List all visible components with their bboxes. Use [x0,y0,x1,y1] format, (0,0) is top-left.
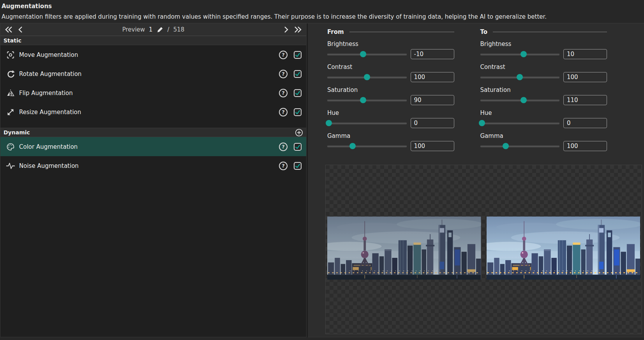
edit-page-icon[interactable] [157,26,164,33]
slider-knob[interactable] [360,51,366,57]
to-saturation-group: Saturation [480,86,607,104]
move-augmentation-checkbox[interactable] [294,51,302,59]
row-noise-augmentation[interactable]: Noise Augmentation ? [0,156,306,175]
from-saturation-input[interactable] [411,95,454,105]
slider-knob[interactable] [517,74,523,80]
help-icon[interactable]: ? [279,51,288,59]
from-brightness-input[interactable] [411,49,454,59]
flip-augmentation-checkbox[interactable] [294,89,302,97]
to-hue-slider[interactable] [480,120,560,127]
from-gamma-slider[interactable] [327,143,407,150]
row-color-augmentation[interactable]: Color Augmentation ? [0,137,306,156]
slider-label: Hue [327,109,454,116]
to-hue-group: Hue [480,109,607,127]
color-augmentation-checkbox[interactable] [294,143,302,151]
slider-track[interactable] [327,53,407,55]
to-header: To [480,28,607,36]
row-flip-augmentation[interactable]: Flip Augmentation ? [0,83,306,102]
range-controls: From Brightness Contrast [308,23,644,155]
from-hue-slider[interactable] [327,120,407,127]
to-gamma-slider[interactable] [480,143,560,150]
to-saturation-slider[interactable] [480,97,560,104]
slider-knob[interactable] [520,97,527,103]
slider-knob[interactable] [364,74,370,80]
slider-track[interactable] [327,99,407,101]
preview-image-from [327,217,481,280]
from-gamma-group: Gamma [327,132,454,150]
slider-track[interactable] [480,53,560,55]
slider-knob[interactable] [503,143,509,149]
add-augmentation-button[interactable] [295,129,303,137]
slider-knob[interactable] [349,143,356,149]
help-icon[interactable]: ? [279,89,288,97]
from-contrast-input[interactable] [411,72,454,82]
from-gamma-input[interactable] [411,141,454,151]
slider-track[interactable] [480,99,560,101]
to-brightness-slider[interactable] [480,51,560,58]
dynamic-section-header: Dynamic [0,128,306,137]
row-rotate-augmentation[interactable]: Rotate Augmentation ? [0,64,306,83]
help-icon[interactable]: ? [279,70,288,78]
augmentation-label: Noise Augmentation [19,162,279,169]
from-hue-group: Hue [327,109,454,127]
slider-track[interactable] [327,145,407,147]
to-contrast-input[interactable] [563,72,607,82]
page-header: Augmentations Augmentation filters are a… [0,0,644,23]
from-title: From [327,28,344,35]
last-page-button[interactable] [293,25,302,34]
flip-icon [6,89,15,97]
section-gap [0,122,306,128]
to-hue-input[interactable] [563,118,607,128]
preview-nav-bar: Preview 1 / 518 [0,23,306,36]
from-contrast-slider[interactable] [327,74,407,81]
to-brightness-input[interactable] [563,49,607,59]
augmentation-preview-area [325,165,642,334]
to-saturation-input[interactable] [563,95,607,105]
slider-track[interactable] [480,122,560,124]
next-page-button[interactable] [283,25,289,34]
help-icon[interactable]: ? [279,108,288,116]
preview-current-page[interactable]: 1 [149,26,153,33]
slider-label: Brightness [480,41,607,48]
from-brightness-group: Brightness [327,41,454,58]
row-resize-augmentation[interactable]: Resize Augmentation ? [0,102,306,122]
first-page-button[interactable] [4,25,14,34]
preview-total-pages: 518 [173,26,185,33]
preview-page-separator: / [168,26,169,33]
help-icon[interactable]: ? [279,143,288,151]
page-title: Augmentations [2,3,642,10]
resize-augmentation-checkbox[interactable] [294,108,302,116]
augmentation-label: Flip Augmentation [19,90,279,97]
slider-knob[interactable] [520,51,527,57]
slider-label: Contrast [327,63,454,70]
to-gamma-input[interactable] [563,141,607,151]
slider-track[interactable] [480,145,560,147]
from-contrast-group: Contrast [327,63,454,81]
slider-label: Saturation [480,86,607,93]
from-brightness-slider[interactable] [327,51,407,58]
page-description: Augmentation filters are applied during … [2,13,642,20]
slider-track[interactable] [327,122,407,124]
slider-knob[interactable] [326,120,332,126]
row-move-augmentation[interactable]: Move Augmentation ? [0,45,306,64]
augmentation-label: Resize Augmentation [19,109,279,116]
list-empty-space [0,175,306,337]
slider-knob[interactable] [360,97,366,103]
noise-icon [6,162,15,170]
previous-page-button[interactable] [18,25,24,34]
preview-label: Preview [122,26,145,33]
rotate-augmentation-checkbox[interactable] [294,70,302,78]
preview-nav-right [283,25,302,34]
dynamic-section-label: Dynamic [4,129,30,136]
augmentation-label: Color Augmentation [19,143,279,150]
from-saturation-slider[interactable] [327,97,407,104]
to-contrast-slider[interactable] [480,74,560,81]
noise-augmentation-checkbox[interactable] [294,162,302,170]
from-hue-input[interactable] [411,118,454,128]
preview-nav-left [4,25,24,34]
static-section-header: Static [0,36,306,45]
slider-knob[interactable] [479,120,485,126]
help-icon[interactable]: ? [279,162,288,170]
slider-label: Saturation [327,86,454,93]
from-saturation-group: Saturation [327,86,454,104]
